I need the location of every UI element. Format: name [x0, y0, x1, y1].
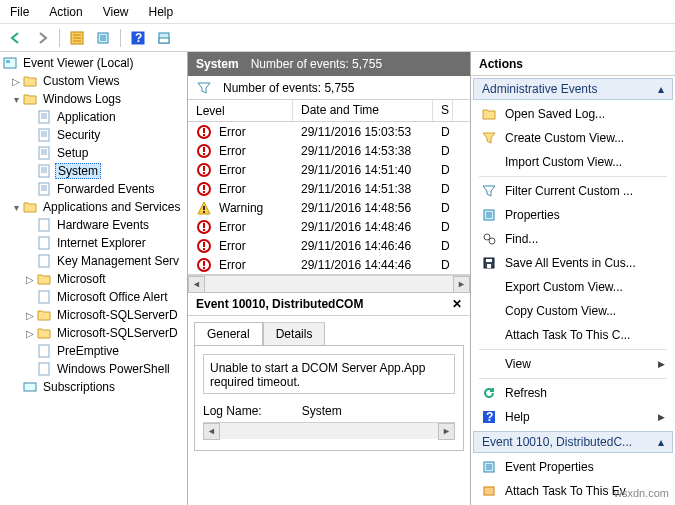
col-date[interactable]: Date and Time — [293, 100, 433, 121]
log-icon — [36, 235, 52, 251]
tree-windows-logs[interactable]: ▾Windows Logs — [2, 90, 187, 108]
svg-rect-14 — [39, 237, 49, 249]
action-create-custom-view[interactable]: Create Custom View... — [471, 126, 675, 150]
event-row[interactable]: Error29/11/2016 15:03:53D — [188, 122, 470, 141]
tree-forwarded[interactable]: Forwarded Events — [2, 180, 187, 198]
event-row[interactable]: Error29/11/2016 14:48:46D — [188, 217, 470, 236]
tree-application[interactable]: Application — [2, 108, 187, 126]
folder-icon — [22, 73, 38, 89]
action-export-custom-view[interactable]: Export Custom View... — [471, 275, 675, 299]
action-view[interactable]: View▶ — [471, 352, 675, 376]
help-toolbar-button[interactable]: ? — [126, 27, 150, 49]
svg-rect-27 — [203, 166, 205, 171]
detail-scrollbar[interactable]: ◄► — [203, 422, 455, 439]
svg-rect-7 — [6, 60, 10, 63]
properties-toolbar-button[interactable] — [91, 27, 115, 49]
collapse-icon[interactable]: ▴ — [658, 435, 664, 449]
event-message: Unable to start a DCOM Server App.App re… — [203, 354, 455, 394]
event-row[interactable]: Error29/11/2016 14:46:46D — [188, 236, 470, 255]
preview-toolbar-button[interactable] — [152, 27, 176, 49]
tree-powershell[interactable]: Windows PowerShell — [2, 360, 187, 378]
tree-sql2[interactable]: ▷Microsoft-SQLServerD — [2, 324, 187, 342]
tree-hardware[interactable]: Hardware Events — [2, 216, 187, 234]
action-filter-current-custom[interactable]: Filter Current Custom ... — [471, 179, 675, 203]
svg-rect-5 — [159, 38, 169, 43]
expand-icon[interactable]: ▷ — [24, 310, 36, 321]
action-list-4: Refresh?Help▶ — [471, 381, 675, 429]
tab-details[interactable]: Details — [263, 322, 326, 345]
filter-bar: Number of events: 5,755 — [188, 76, 470, 100]
back-button[interactable] — [4, 27, 28, 49]
actions-title: Actions — [471, 52, 675, 76]
tree-preemptive[interactable]: PreEmptive — [2, 342, 187, 360]
event-row[interactable]: Warning29/11/2016 14:48:56D — [188, 198, 470, 217]
event-row[interactable]: Error29/11/2016 14:51:38D — [188, 179, 470, 198]
action-label: Find... — [505, 232, 538, 246]
date-text: 29/11/2016 14:51:40 — [293, 162, 433, 178]
forward-button[interactable] — [30, 27, 54, 49]
svg-rect-38 — [203, 242, 205, 247]
tree-system[interactable]: System — [2, 162, 187, 180]
expand-icon[interactable]: ▷ — [24, 328, 36, 339]
show-tree-button[interactable] — [65, 27, 89, 49]
tree-setup[interactable]: Setup — [2, 144, 187, 162]
collapse-icon[interactable]: ▾ — [10, 202, 22, 213]
tree-microsoft[interactable]: ▷Microsoft — [2, 270, 187, 288]
date-text: 29/11/2016 15:03:53 — [293, 124, 433, 140]
action-group-event[interactable]: Event 10010, DistributedC... ▴ — [473, 431, 673, 453]
collapse-icon[interactable]: ▾ — [10, 94, 22, 105]
tree-security[interactable]: Security — [2, 126, 187, 144]
action-list-1: Open Saved Log...Create Custom View...Im… — [471, 102, 675, 174]
event-row[interactable]: Error29/11/2016 14:44:46D — [188, 255, 470, 274]
action-refresh[interactable]: Refresh — [471, 381, 675, 405]
action-group-admin-events[interactable]: Administrative Events ▴ — [473, 78, 673, 100]
log-icon — [36, 343, 52, 359]
tab-general[interactable]: General — [194, 322, 263, 345]
action-help[interactable]: ?Help▶ — [471, 405, 675, 429]
svg-rect-12 — [39, 183, 49, 195]
tree-custom-views[interactable]: ▷Custom Views — [2, 72, 187, 90]
scroll-left-icon[interactable]: ◄ — [203, 423, 220, 440]
chevron-right-icon: ▶ — [658, 359, 665, 369]
folder-icon — [22, 91, 38, 107]
col-level[interactable]: Level — [188, 100, 293, 121]
grid-scrollbar[interactable]: ◄ ► — [188, 275, 470, 292]
action-label: View — [505, 357, 531, 371]
scroll-left-icon[interactable]: ◄ — [188, 276, 205, 293]
action-copy-custom-view[interactable]: Copy Custom View... — [471, 299, 675, 323]
menu-file[interactable]: File — [6, 3, 33, 21]
tree-pane: Event Viewer (Local) ▷Custom Views ▾Wind… — [0, 52, 188, 505]
scroll-right-icon[interactable]: ► — [438, 423, 455, 440]
tree-subscriptions[interactable]: Subscriptions — [2, 378, 187, 396]
action-find[interactable]: Find... — [471, 227, 675, 251]
detail-tabs: General Details — [188, 316, 470, 345]
menu-view[interactable]: View — [99, 3, 133, 21]
action-save-all-events-in-cus[interactable]: Save All Events in Cus... — [471, 251, 675, 275]
action-attach-task-to-this-c[interactable]: Attach Task To This C... — [471, 323, 675, 347]
menu-action[interactable]: Action — [45, 3, 86, 21]
scroll-right-icon[interactable]: ► — [453, 276, 470, 293]
action-properties[interactable]: Properties — [471, 203, 675, 227]
expand-icon[interactable]: ▷ — [10, 76, 22, 87]
menu-help[interactable]: Help — [145, 3, 178, 21]
actions-pane: Actions Administrative Events ▴ Open Sav… — [470, 52, 675, 505]
svg-rect-33 — [203, 211, 205, 213]
tree-sql1[interactable]: ▷Microsoft-SQLServerD — [2, 306, 187, 324]
expand-icon[interactable]: ▷ — [24, 274, 36, 285]
col-source[interactable]: S — [433, 100, 453, 121]
action-import-custom-view[interactable]: Import Custom View... — [471, 150, 675, 174]
tree-root[interactable]: Event Viewer (Local) — [2, 54, 187, 72]
collapse-icon[interactable]: ▴ — [658, 82, 664, 96]
event-row[interactable]: Error29/11/2016 14:53:38D — [188, 141, 470, 160]
close-detail-button[interactable]: ✕ — [452, 297, 462, 311]
action-open-saved-log[interactable]: Open Saved Log... — [471, 102, 675, 126]
event-row[interactable]: Error29/11/2016 14:51:40D — [188, 160, 470, 179]
tree-ie[interactable]: Internet Explorer — [2, 234, 187, 252]
action-event-properties[interactable]: Event Properties — [471, 455, 675, 479]
log-icon — [36, 127, 52, 143]
event-grid[interactable]: Error29/11/2016 15:03:53DError29/11/2016… — [188, 122, 470, 275]
tree-office[interactable]: Microsoft Office Alert — [2, 288, 187, 306]
tree-kms[interactable]: Key Management Serv — [2, 252, 187, 270]
subscriptions-icon — [22, 379, 38, 395]
tree-apps-services[interactable]: ▾Applications and Services — [2, 198, 187, 216]
